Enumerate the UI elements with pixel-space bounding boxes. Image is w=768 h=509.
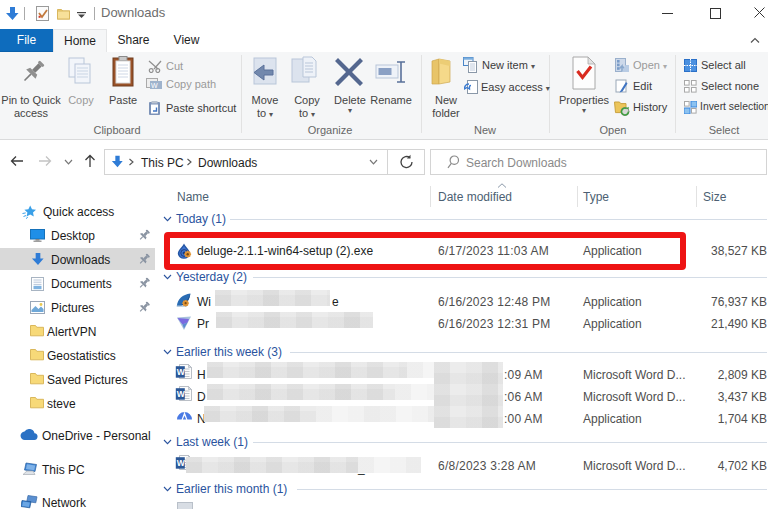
svg-text:W: W [151,82,158,89]
svg-text:W: W [177,367,186,377]
svg-text:W: W [177,458,186,468]
svg-text:W: W [177,389,186,399]
